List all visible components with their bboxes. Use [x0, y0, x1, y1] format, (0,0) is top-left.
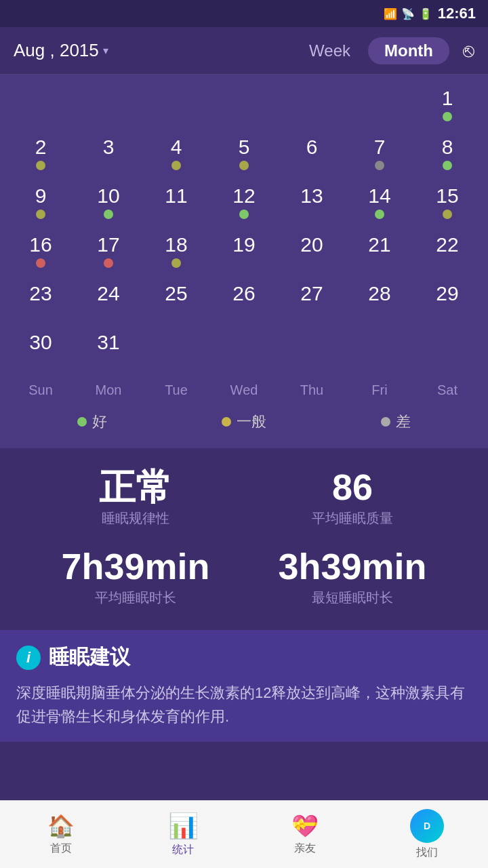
calendar-day-40: 0: [278, 326, 346, 374]
day-number: 31: [97, 331, 119, 353]
calendar-day-29[interactable]: 23: [7, 277, 75, 326]
day-number: 18: [165, 233, 187, 256]
day-number: 5: [239, 136, 250, 158]
day-label: Sun: [7, 377, 75, 403]
day-number: 7: [374, 136, 386, 158]
nav-item-friends[interactable]: 💝 亲友: [244, 813, 366, 856]
sleep-quality-dot: [104, 210, 113, 219]
calendar-day-5: 0: [278, 81, 346, 130]
calendar-day-41: 0: [346, 326, 413, 374]
status-time: 12:61: [438, 5, 476, 22]
calendar-day-34[interactable]: 28: [346, 277, 413, 326]
header-date[interactable]: Aug , 2015 ▾: [14, 40, 108, 61]
sleep-quality-dot: [443, 112, 452, 121]
friends-icon: 💝: [291, 813, 319, 839]
calendar-day-28[interactable]: 22: [413, 228, 481, 277]
calendar-day-14[interactable]: 8: [413, 130, 481, 179]
tab-week[interactable]: Week: [298, 37, 361, 64]
calendar-day-33[interactable]: 27: [278, 277, 346, 326]
nav-item-home[interactable]: 🏠 首页: [0, 813, 122, 856]
calendar-day-8[interactable]: 2: [7, 130, 75, 179]
battery-icon: 🔋: [419, 7, 432, 20]
calendar-day-39: 0: [210, 326, 278, 374]
day-number: 13: [300, 184, 323, 207]
day-number: 30: [29, 331, 52, 353]
brand-logo: D: [410, 809, 444, 843]
day-number: 20: [300, 233, 323, 256]
legend-label: 好: [92, 412, 107, 432]
day-number: 21: [368, 233, 390, 256]
sleep-quality-dot: [104, 258, 113, 268]
calendar-day-31[interactable]: 25: [142, 277, 210, 326]
sleep-quality-dot: [36, 210, 45, 219]
advice-header: i 睡眠建议: [16, 644, 472, 671]
calendar-day-15[interactable]: 9: [7, 179, 75, 228]
day-label: Sat: [413, 377, 481, 403]
day-number: 19: [232, 233, 255, 256]
day-number: 8: [442, 136, 453, 158]
share-icon[interactable]: ⎋: [463, 40, 474, 62]
day-number: 25: [165, 282, 187, 304]
day-label: Wed: [210, 377, 278, 403]
sleep-quality-dot: [375, 210, 384, 219]
stat-label: 最短睡眠时长: [312, 589, 393, 607]
calendar-day-12[interactable]: 6: [278, 130, 346, 179]
nav-label-home: 首页: [50, 842, 72, 856]
legend-row: 好一般差: [7, 403, 481, 436]
calendar-day-35[interactable]: 29: [413, 277, 481, 326]
calendar-day-21[interactable]: 15: [413, 179, 481, 228]
stat-label: 平均睡眠质量: [312, 509, 393, 528]
date-arrow-icon: ▾: [103, 44, 108, 57]
calendar-day-25[interactable]: 19: [210, 228, 278, 277]
calendar-day-9[interactable]: 3: [75, 130, 142, 179]
day-labels-row: SunMonTueWedThuFriSat: [7, 377, 481, 403]
stat-label: 平均睡眠时长: [95, 589, 176, 607]
calendar-day-32[interactable]: 26: [210, 277, 278, 326]
stat-value: 86: [332, 469, 373, 505]
stat-value: 3h39min: [278, 548, 426, 585]
calendar-day-7[interactable]: 1: [413, 81, 481, 130]
day-number: 28: [368, 282, 390, 304]
day-label: Thu: [278, 377, 346, 403]
day-number: 12: [232, 184, 255, 207]
legend-label: 差: [396, 412, 411, 432]
calendar-day-23[interactable]: 17: [75, 228, 142, 277]
nav-item-brand[interactable]: D 找们: [366, 809, 488, 860]
day-number: 1: [442, 87, 453, 109]
calendar-day-22[interactable]: 16: [7, 228, 75, 277]
tab-month[interactable]: Month: [368, 37, 449, 64]
calendar-day-26[interactable]: 20: [278, 228, 346, 277]
calendar-day-24[interactable]: 18: [142, 228, 210, 277]
sleep-quality-dot: [443, 210, 452, 219]
calendar-day-19[interactable]: 13: [278, 179, 346, 228]
calendar-day-20[interactable]: 14: [346, 179, 413, 228]
calendar-day-36[interactable]: 30: [7, 326, 75, 374]
calendar-day-17[interactable]: 11: [142, 179, 210, 228]
calendar-day-27[interactable]: 21: [346, 228, 413, 277]
day-number: 4: [171, 136, 182, 158]
header-tabs: Week Month: [298, 37, 449, 64]
calendar-day-18[interactable]: 12: [210, 179, 278, 228]
day-number: 26: [232, 282, 255, 304]
status-icons: 📶 📡 🔋: [384, 7, 432, 20]
calendar-grid: 0000001234567891011121314151617181920212…: [7, 81, 481, 374]
day-number: 14: [368, 184, 390, 207]
status-bar: 📶 📡 🔋 12:61: [0, 0, 488, 27]
sleep-quality-dot: [36, 161, 45, 170]
calendar-day-16[interactable]: 10: [75, 179, 142, 228]
day-number: 15: [436, 184, 458, 207]
sleep-quality-dot: [239, 161, 249, 170]
bottom-nav: 🏠 首页 📊 统计 💝 亲友 D 找们: [0, 800, 488, 868]
day-label: Mon: [75, 377, 142, 403]
calendar-day-37[interactable]: 31: [75, 326, 142, 374]
sleep-quality-dot: [171, 161, 181, 170]
calendar-day-13[interactable]: 7: [346, 130, 413, 179]
wifi-icon: 📶: [384, 7, 397, 20]
calendar-day-30[interactable]: 24: [75, 277, 142, 326]
calendar-day-10[interactable]: 4: [142, 130, 210, 179]
day-number: 10: [97, 184, 119, 207]
nav-item-stats[interactable]: 📊 统计: [122, 812, 244, 857]
calendar-day-11[interactable]: 5: [210, 130, 278, 179]
nav-label-friends: 亲友: [294, 842, 316, 856]
stat-block-1: 86平均睡眠质量: [244, 469, 461, 528]
